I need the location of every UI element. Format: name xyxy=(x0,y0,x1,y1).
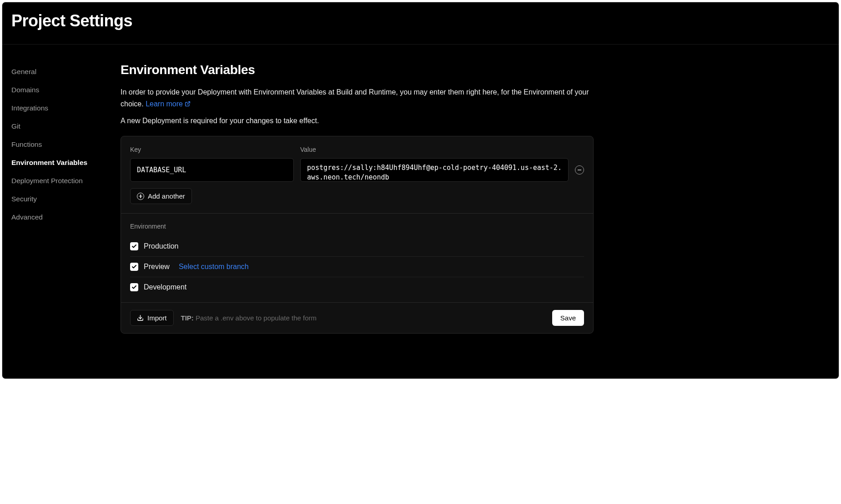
sidebar-item-git[interactable]: Git xyxy=(11,117,121,135)
save-button[interactable]: Save xyxy=(552,310,584,326)
env-item-preview: Preview Select custom branch xyxy=(130,257,584,277)
check-icon xyxy=(131,244,137,249)
download-icon xyxy=(137,314,144,321)
tip-body: Paste a .env above to populate the form xyxy=(194,314,317,322)
sidebar-item-security[interactable]: Security xyxy=(11,190,121,208)
env-item-production: Production xyxy=(130,236,584,257)
check-icon xyxy=(131,264,137,269)
env-key-input[interactable] xyxy=(130,158,294,182)
plus-circle-icon xyxy=(137,193,144,200)
import-label: Import xyxy=(147,314,167,322)
env-var-card: Key Value postgres://sally:h84Uhf894Uhf@… xyxy=(121,136,594,334)
env-name-development: Development xyxy=(144,283,186,291)
import-button[interactable]: Import xyxy=(130,310,174,326)
app-frame: Project Settings General Domains Integra… xyxy=(2,2,839,379)
footer-left: Import TIP: Paste a .env above to popula… xyxy=(130,310,317,326)
tip-label: TIP: xyxy=(181,314,194,322)
kv-section: Key Value postgres://sally:h84Uhf894Uhf@… xyxy=(121,136,593,214)
main-content: Environment Variables In order to provid… xyxy=(121,63,603,334)
kv-row: postgres://sally:h84Uhf894Uhf@ep-cold-po… xyxy=(130,158,584,182)
checkbox-development[interactable] xyxy=(130,283,138,291)
env-item-development: Development xyxy=(130,277,584,293)
page-title: Project Settings xyxy=(11,11,830,30)
learn-more-link[interactable]: Learn more xyxy=(146,98,191,110)
key-column-label: Key xyxy=(130,146,141,153)
settings-sidebar: General Domains Integrations Git Functio… xyxy=(2,63,121,334)
external-link-icon xyxy=(185,101,191,107)
svg-line-0 xyxy=(187,102,190,105)
learn-more-label: Learn more xyxy=(146,98,183,110)
sidebar-item-environment-variables[interactable]: Environment Variables xyxy=(11,154,121,172)
select-custom-branch-link[interactable]: Select custom branch xyxy=(179,263,249,271)
remove-row-button[interactable] xyxy=(575,165,584,175)
section-heading: Environment Variables xyxy=(121,63,594,77)
kv-headers: Key Value xyxy=(130,145,584,154)
check-icon xyxy=(131,284,137,290)
page-header: Project Settings xyxy=(2,2,839,45)
card-footer: Import TIP: Paste a .env above to popula… xyxy=(121,303,593,333)
tip-text: TIP: Paste a .env above to populate the … xyxy=(181,314,317,322)
environment-section: Environment Production Preview Select cu… xyxy=(121,214,593,303)
env-value-input[interactable]: postgres://sally:h84Uhf894Uhf@ep-cold-po… xyxy=(300,158,569,182)
env-name-production: Production xyxy=(144,242,179,250)
sidebar-item-domains[interactable]: Domains xyxy=(11,81,121,99)
env-name-preview: Preview xyxy=(144,263,170,271)
checkbox-production[interactable] xyxy=(130,242,138,250)
content-wrap: General Domains Integrations Git Functio… xyxy=(2,45,839,334)
sidebar-item-deployment-protection[interactable]: Deployment Protection xyxy=(11,172,121,190)
description-text: In order to provide your Deployment with… xyxy=(121,88,589,108)
add-another-label: Add another xyxy=(148,192,185,200)
sidebar-item-integrations[interactable]: Integrations xyxy=(11,99,121,117)
section-description: In order to provide your Deployment with… xyxy=(121,86,594,110)
value-column-label: Value xyxy=(300,146,316,153)
add-another-button[interactable]: Add another xyxy=(130,188,192,204)
environment-label: Environment xyxy=(130,223,584,230)
checkbox-preview[interactable] xyxy=(130,263,138,271)
sidebar-item-functions[interactable]: Functions xyxy=(11,135,121,154)
sidebar-item-general[interactable]: General xyxy=(11,63,121,81)
deployment-note: A new Deployment is required for your ch… xyxy=(121,117,594,125)
sidebar-item-advanced[interactable]: Advanced xyxy=(11,208,121,226)
